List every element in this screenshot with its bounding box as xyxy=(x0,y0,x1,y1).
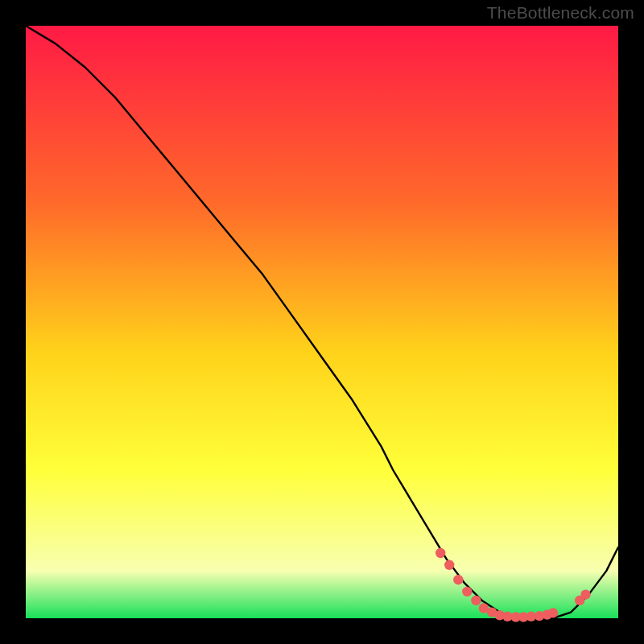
data-dot xyxy=(471,596,481,605)
data-dot xyxy=(580,589,590,599)
bottleneck-curve xyxy=(26,26,618,618)
plot-area xyxy=(26,26,618,618)
data-dot xyxy=(444,560,454,570)
data-dot xyxy=(462,587,472,597)
curve-dots xyxy=(436,548,591,622)
chart-container: TheBottleneck.com xyxy=(0,0,644,644)
data-dot xyxy=(453,575,463,584)
curve-layer xyxy=(26,26,618,618)
watermark-text: TheBottleneck.com xyxy=(487,3,634,23)
data-dot xyxy=(436,548,445,558)
data-dot xyxy=(548,608,558,617)
